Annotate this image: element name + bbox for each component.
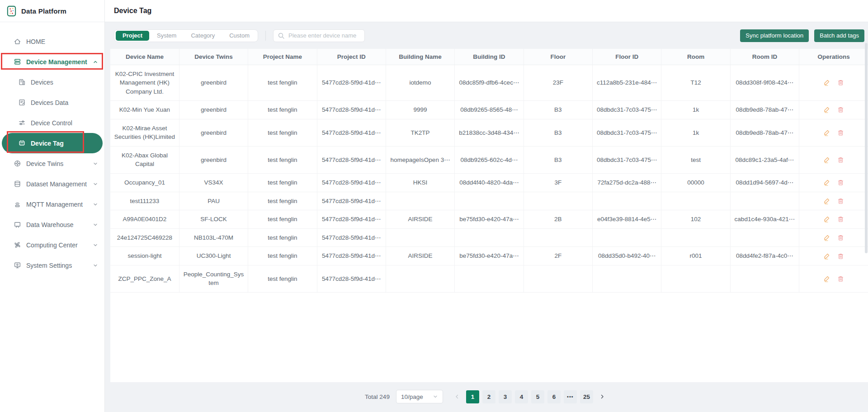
cell-building-id: be75fd30-e420-47a⋯ bbox=[455, 247, 524, 265]
device-name-search-box[interactable] bbox=[273, 29, 365, 42]
next-page-button[interactable] bbox=[596, 390, 608, 403]
table-header-row: Device NameDevice TwinsProject NameProje… bbox=[110, 49, 868, 65]
cell-room-id: 08dd4fe2-f87a-4c0⋯ bbox=[730, 247, 799, 265]
delete-icon[interactable] bbox=[837, 129, 844, 136]
edit-icon[interactable] bbox=[823, 234, 830, 241]
page-size-select[interactable]: 10/page bbox=[396, 390, 443, 403]
cell-room bbox=[661, 228, 730, 247]
cell-device-twins: PAU bbox=[179, 192, 248, 210]
page-button-4[interactable]: 4 bbox=[515, 390, 528, 403]
sidebar-item-label: Dataset Management bbox=[26, 180, 87, 188]
pagination-ellipsis-button[interactable]: ••• bbox=[564, 390, 577, 403]
sidebar-item-devices[interactable]: Devices bbox=[0, 72, 104, 92]
delete-icon[interactable] bbox=[837, 253, 844, 260]
edit-icon[interactable] bbox=[823, 216, 830, 223]
cell-operations bbox=[799, 210, 868, 229]
delete-icon[interactable] bbox=[837, 79, 844, 86]
chevron-down-icon bbox=[93, 181, 98, 187]
sidebar-item-label: Device Management bbox=[26, 58, 87, 66]
device-management-icon bbox=[14, 58, 21, 66]
sidebar-item-device-tag[interactable]: Device Tag bbox=[2, 133, 103, 153]
cell-device-twins: greenbird bbox=[179, 65, 248, 101]
tab-project[interactable]: Project bbox=[116, 31, 149, 41]
sidebar-item-mqtt-management[interactable]: MQTT Management bbox=[0, 194, 104, 214]
page-scrollbar-thumb[interactable] bbox=[865, 43, 868, 253]
delete-icon[interactable] bbox=[837, 156, 844, 163]
page-button-1[interactable]: 1 bbox=[466, 390, 479, 403]
cell-device-name: K02-Abax Global Capital bbox=[110, 146, 179, 173]
arrow-right-icon bbox=[599, 394, 605, 399]
cell-room: r001 bbox=[661, 247, 730, 265]
sidebar-item-home[interactable]: HOME bbox=[0, 31, 104, 52]
cell-device-twins: UC300-Light bbox=[179, 247, 248, 265]
cell-project-name: test fenglin bbox=[248, 228, 317, 247]
cell-building-id bbox=[455, 265, 524, 292]
cell-floor bbox=[524, 265, 592, 292]
cell-device-twins: greenbird bbox=[179, 101, 248, 119]
column-header-project-name: Project Name bbox=[248, 49, 317, 65]
arrow-left-icon bbox=[454, 394, 460, 399]
cell-device-twins: greenbird bbox=[179, 119, 248, 146]
cell-building-id: be75fd30-e420-47a⋯ bbox=[455, 210, 524, 229]
sidebar-item-device-control[interactable]: Device Control bbox=[0, 113, 104, 133]
edit-icon[interactable] bbox=[823, 106, 830, 113]
chevron-down-icon bbox=[93, 161, 98, 166]
cell-device-name: K02-CPIC Investment Management (HK) Comp… bbox=[110, 65, 179, 101]
cell-room-id: 08db9ed8-78ab-47⋯ bbox=[730, 101, 799, 119]
sidebar-item-devices-data[interactable]: Devices Data bbox=[0, 92, 104, 113]
cell-room: test bbox=[661, 146, 730, 173]
row-operations bbox=[803, 253, 864, 260]
sidebar-item-computing-center[interactable]: Computing Center bbox=[0, 235, 104, 255]
cell-floor: B3 bbox=[524, 101, 592, 119]
tab-category[interactable]: Category bbox=[184, 31, 222, 41]
cell-room: 1k bbox=[661, 119, 730, 146]
delete-icon[interactable] bbox=[837, 179, 844, 186]
search-input[interactable] bbox=[288, 32, 360, 39]
edit-icon[interactable] bbox=[823, 275, 830, 282]
delete-icon[interactable] bbox=[837, 216, 844, 223]
delete-icon[interactable] bbox=[837, 234, 844, 241]
column-header-room: Room bbox=[661, 49, 730, 65]
edit-icon[interactable] bbox=[823, 129, 830, 136]
page-button-5[interactable]: 5 bbox=[531, 390, 544, 403]
tab-custom[interactable]: Custom bbox=[222, 31, 256, 41]
previous-page-button[interactable] bbox=[451, 390, 463, 403]
tab-system[interactable]: System bbox=[150, 31, 183, 41]
cell-project-name: test fenglin bbox=[248, 65, 317, 101]
page-button-6[interactable]: 6 bbox=[547, 390, 561, 403]
page-button-2[interactable]: 2 bbox=[482, 390, 495, 403]
page-button-25[interactable]: 25 bbox=[580, 390, 593, 403]
chevron-down-icon bbox=[93, 202, 98, 207]
page-header: Device Tag bbox=[105, 0, 868, 22]
sync-platform-location-button[interactable]: Sync platform location bbox=[740, 29, 809, 42]
row-operations bbox=[803, 275, 864, 282]
table-row: K02-Mirae Asset Securities (HK)Limitedgr… bbox=[110, 119, 868, 146]
batch-add-tags-button[interactable]: Batch add tags bbox=[814, 29, 864, 42]
sidebar-item-data-warehouse[interactable]: Data Warehouse bbox=[0, 214, 104, 235]
sidebar-item-system-settings[interactable]: System Settings bbox=[0, 255, 104, 275]
sidebar-item-label: Computing Center bbox=[26, 242, 78, 249]
edit-icon[interactable] bbox=[823, 198, 830, 204]
page-button-3[interactable]: 3 bbox=[499, 390, 512, 403]
edit-icon[interactable] bbox=[823, 253, 830, 260]
sidebar-item-label: Devices Data bbox=[31, 99, 68, 106]
cell-floor bbox=[524, 228, 592, 247]
table-row: A99A0E0401D2SF-LOCKtest fenglin5477cd28-… bbox=[110, 210, 868, 229]
cell-operations bbox=[799, 101, 868, 119]
cell-room-id bbox=[730, 228, 799, 247]
cell-floor-id bbox=[593, 228, 661, 247]
edit-icon[interactable] bbox=[823, 156, 830, 163]
edit-icon[interactable] bbox=[823, 179, 830, 186]
cell-building-id: 08db9265-602c-4d⋯ bbox=[455, 146, 524, 173]
sidebar: Data Platform HOMEDevice ManagementDevic… bbox=[0, 0, 105, 412]
toolbar-divider bbox=[265, 31, 266, 41]
cell-room-id bbox=[730, 192, 799, 210]
sidebar-item-device-twins[interactable]: Device Twins bbox=[0, 153, 104, 174]
delete-icon[interactable] bbox=[837, 198, 844, 204]
edit-icon[interactable] bbox=[823, 79, 830, 86]
delete-icon[interactable] bbox=[837, 106, 844, 113]
delete-icon[interactable] bbox=[837, 275, 844, 282]
sidebar-item-device-management[interactable]: Device Management bbox=[0, 52, 104, 72]
table-row: Occupancy_01VS34Xtest fenglin5477cd28-5f… bbox=[110, 174, 868, 192]
sidebar-item-dataset-management[interactable]: Dataset Management bbox=[0, 174, 104, 194]
